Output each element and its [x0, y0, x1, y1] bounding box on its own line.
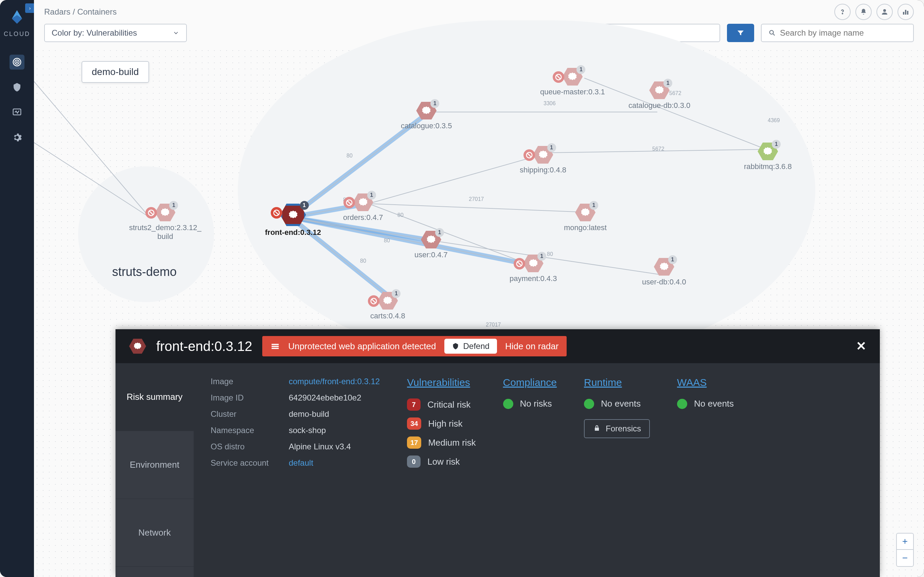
tab-environment[interactable]: Environment — [115, 431, 194, 499]
svg-rect-7 — [905, 10, 906, 15]
svg-point-9 — [770, 31, 774, 34]
forensics-icon — [593, 425, 601, 433]
node-userdb[interactable]: 1 user-db:0.4.0 — [642, 258, 686, 287]
svg-rect-38 — [272, 346, 279, 347]
search-wrap — [761, 24, 914, 42]
node-mongo[interactable]: 1 mongo:latest — [564, 204, 607, 232]
breadcrumb: Radars / Containers — [44, 7, 116, 17]
tab-risk-summary[interactable]: Risk summary — [115, 363, 194, 431]
stats-icon[interactable] — [898, 4, 914, 20]
compliance-title-link[interactable]: Compliance — [503, 377, 557, 388]
zoom-out-button[interactable]: − — [897, 550, 913, 566]
svg-point-5 — [883, 9, 886, 12]
nav-defend[interactable] — [10, 80, 24, 95]
waas-title-link[interactable]: WAAS — [677, 377, 734, 388]
blocked-icon — [368, 295, 380, 307]
runtime-column: Runtime No events Forensics — [584, 377, 650, 563]
breadcrumb-parent[interactable]: Radars — [44, 7, 70, 16]
nav-radar[interactable] — [10, 55, 24, 69]
breadcrumb-current: Containers — [77, 7, 116, 16]
blocked-icon — [553, 71, 564, 83]
node-struts2[interactable]: 1 struts2_demo:2.3.12_ build — [129, 204, 202, 241]
nav-monitor[interactable] — [10, 105, 24, 120]
svg-line-23 — [368, 204, 584, 212]
hide-on-radar-link[interactable]: Hide on radar — [505, 341, 559, 351]
edge-label: 80 — [347, 153, 353, 159]
svg-point-2 — [17, 62, 18, 63]
topbar: Radars / Containers — [34, 0, 924, 24]
node-frontend[interactable]: 1 front-end:0.3.12 — [265, 204, 321, 237]
detail-hex-icon — [129, 339, 146, 354]
status-dot-green — [584, 399, 594, 409]
edge-label: 4369 — [768, 118, 780, 124]
brand-logo — [7, 7, 27, 27]
svg-rect-8 — [907, 11, 908, 15]
help-icon[interactable] — [834, 4, 851, 20]
bell-icon[interactable] — [855, 4, 872, 20]
chevron-down-icon — [173, 29, 179, 36]
node-carts[interactable]: 1 carts:0.4.8 — [370, 292, 405, 321]
warning-icon — [270, 342, 280, 351]
tab-network[interactable]: Network — [115, 499, 194, 567]
status-dot-green — [503, 399, 513, 409]
sa-link[interactable]: default — [289, 458, 313, 468]
blocked-icon — [145, 207, 157, 219]
status-dot-green — [677, 399, 687, 409]
blocked-icon — [343, 197, 355, 208]
edge-label: 5672 — [652, 146, 664, 152]
vuln-title-link[interactable]: Vulnerabilities — [407, 377, 476, 388]
svg-rect-39 — [272, 348, 279, 349]
vuln-column: Vulnerabilities 7Critical risk 34High ri… — [407, 377, 476, 563]
edge-label: 3306 — [544, 100, 556, 106]
svg-line-21 — [291, 217, 530, 265]
runtime-title-link[interactable]: Runtime — [584, 377, 650, 388]
node-queuemaster[interactable]: 1 queue-master:0.3.1 — [540, 68, 605, 97]
edge-label: 80 — [384, 238, 390, 244]
edge-label: 80 — [360, 258, 366, 264]
info-column: Imagecompute/front-end:0.3.12 Image ID64… — [211, 377, 380, 563]
node-rabbitmq[interactable]: 1 rabbitmq:3.6.8 — [744, 143, 792, 171]
alert-bar: Unprotected web application detected Def… — [262, 336, 567, 356]
defend-button[interactable]: Defend — [444, 339, 497, 354]
image-link[interactable]: compute/front-end:0.3.12 — [289, 377, 380, 386]
colorby-dropdown[interactable]: Color by: Vulnerabilities — [44, 24, 187, 42]
node-catalogue[interactable]: 1 catalogue:0.3.5 — [401, 102, 452, 131]
node-cataloguedb[interactable]: 1 catalogue-db:0.3.0 — [628, 81, 690, 110]
search-input[interactable] — [780, 28, 906, 38]
cluster-label-struts: struts-demo — [112, 265, 177, 279]
search-icon — [769, 29, 776, 37]
sidebar: › CLOUD — [0, 0, 34, 577]
svg-point-4 — [842, 13, 843, 14]
node-orders[interactable]: 1 orders:0.4.7 — [343, 193, 383, 222]
filter-icon — [735, 29, 746, 37]
node-payment[interactable]: 1 payment:0.4.3 — [510, 255, 557, 283]
edge-label: 27017 — [486, 322, 501, 328]
close-button[interactable]: ✕ — [856, 339, 866, 353]
svg-rect-6 — [903, 12, 904, 15]
detail-tabs: Risk summary Environment Network — [115, 363, 194, 577]
zoom-controls: + − — [896, 533, 914, 567]
brand-text: CLOUD — [4, 31, 30, 38]
user-icon[interactable] — [876, 4, 893, 20]
blocked-icon — [523, 149, 535, 161]
detail-panel: front-end:0.3.12 Unprotected web applica… — [115, 329, 880, 577]
node-shipping[interactable]: 1 shipping:0.4.8 — [520, 146, 566, 174]
svg-line-15 — [34, 81, 149, 217]
waas-column: WAAS No events — [677, 377, 734, 563]
nav-settings[interactable] — [10, 130, 24, 145]
forensics-button[interactable]: Forensics — [584, 419, 650, 438]
edge-label: 27017 — [469, 196, 484, 202]
blocked-icon — [271, 207, 282, 219]
sidebar-collapse-button[interactable]: › — [25, 3, 35, 13]
zoom-in-button[interactable]: + — [897, 533, 913, 550]
detail-header: front-end:0.3.12 Unprotected web applica… — [115, 329, 880, 363]
filter-button[interactable] — [727, 24, 754, 42]
node-user[interactable]: 1 user:0.4.7 — [414, 231, 448, 259]
svg-rect-37 — [272, 344, 279, 345]
edge-label: 80 — [397, 212, 404, 218]
detail-title: front-end:0.3.12 — [156, 339, 252, 354]
compliance-column: Compliance No risks — [503, 377, 557, 563]
shield-icon — [452, 342, 459, 350]
blocked-icon — [514, 258, 525, 269]
cluster-tag[interactable]: demo-build — [82, 61, 149, 83]
